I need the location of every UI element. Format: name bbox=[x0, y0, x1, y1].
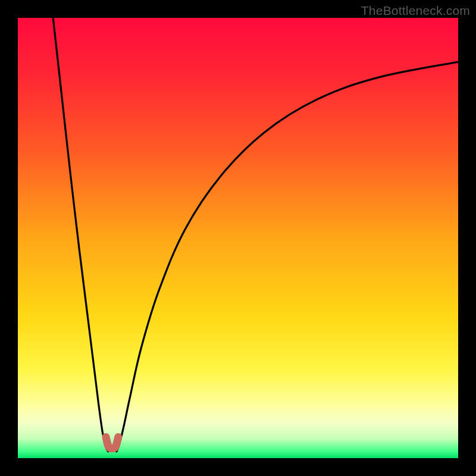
watermark-text: TheBottleneck.com bbox=[361, 4, 470, 18]
minimum-marker bbox=[106, 437, 118, 448]
curve-layer bbox=[18, 18, 458, 458]
curve-right-branch bbox=[117, 62, 458, 452]
chart-frame: TheBottleneck.com bbox=[0, 0, 476, 476]
curve-left-branch bbox=[53, 18, 108, 452]
plot-area bbox=[18, 18, 458, 458]
